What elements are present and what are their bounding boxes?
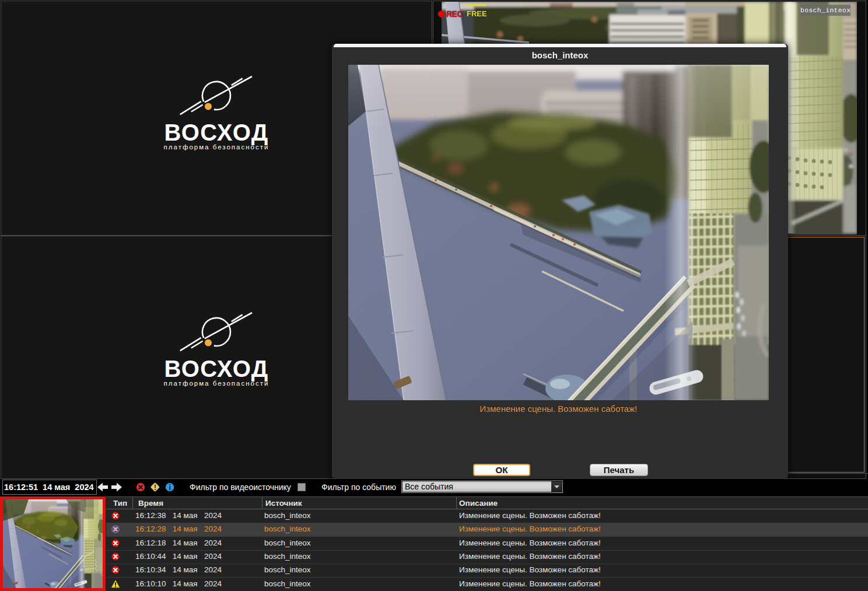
svg-text:FREE: FREE xyxy=(467,9,487,18)
svg-text:REC: REC xyxy=(446,9,463,19)
